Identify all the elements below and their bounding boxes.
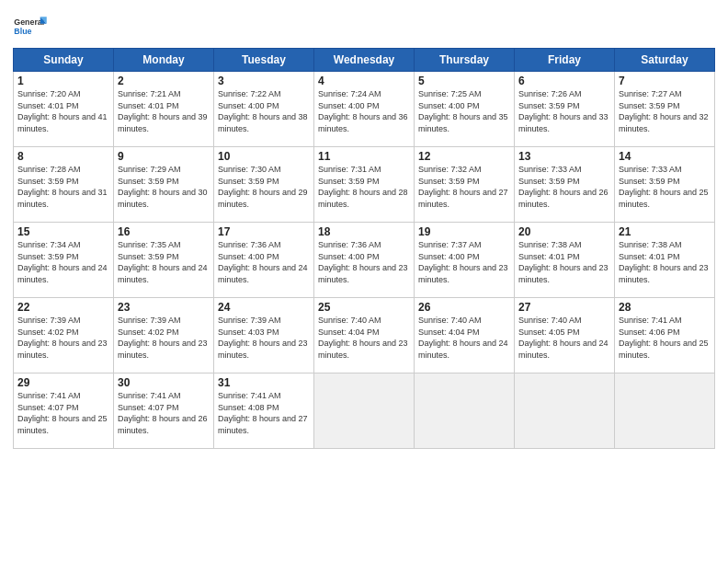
calendar-cell (415, 373, 515, 449)
svg-text:General: General (14, 17, 44, 27)
weekday-header-thursday: Thursday (415, 49, 515, 72)
calendar-cell: 15 Sunrise: 7:34 AMSunset: 3:59 PMDaylig… (14, 223, 114, 298)
week-row-1: 1 Sunrise: 7:20 AMSunset: 4:01 PMDayligh… (14, 72, 715, 147)
calendar-cell (314, 373, 415, 449)
day-number: 16 (118, 225, 210, 238)
day-number: 18 (318, 225, 410, 238)
calendar-cell: 10 Sunrise: 7:30 AMSunset: 3:59 PMDaylig… (214, 147, 314, 223)
day-number: 12 (418, 150, 510, 163)
day-number: 28 (619, 301, 711, 314)
calendar-cell: 28 Sunrise: 7:41 AMSunset: 4:06 PMDaylig… (615, 298, 715, 373)
calendar-cell: 20 Sunrise: 7:38 AMSunset: 4:01 PMDaylig… (515, 223, 615, 298)
day-number: 29 (17, 376, 109, 389)
weekday-header-tuesday: Tuesday (214, 49, 314, 72)
weekday-header-monday: Monday (114, 49, 214, 72)
calendar-cell: 8 Sunrise: 7:28 AMSunset: 3:59 PMDayligh… (14, 147, 114, 223)
day-number: 1 (17, 75, 109, 87)
calendar-cell: 23 Sunrise: 7:39 AMSunset: 4:02 PMDaylig… (114, 298, 214, 373)
svg-text:Blue: Blue (14, 27, 31, 36)
calendar-cell: 14 Sunrise: 7:33 AMSunset: 3:59 PMDaylig… (615, 147, 715, 223)
calendar-cell: 9 Sunrise: 7:29 AMSunset: 3:59 PMDayligh… (114, 147, 214, 223)
day-info: Sunrise: 7:39 AMSunset: 4:02 PMDaylight:… (118, 316, 208, 360)
day-info: Sunrise: 7:30 AMSunset: 3:59 PMDaylight:… (218, 165, 308, 209)
calendar-cell: 29 Sunrise: 7:41 AMSunset: 4:07 PMDaylig… (14, 373, 114, 449)
day-number: 21 (619, 225, 711, 238)
calendar-cell: 4 Sunrise: 7:24 AMSunset: 4:00 PMDayligh… (314, 72, 415, 147)
week-row-3: 15 Sunrise: 7:34 AMSunset: 3:59 PMDaylig… (14, 223, 715, 298)
day-number: 25 (318, 301, 410, 314)
day-number: 2 (118, 75, 210, 87)
day-number: 23 (118, 301, 210, 314)
calendar-cell (615, 373, 715, 449)
day-number: 6 (518, 75, 610, 87)
calendar-cell: 31 Sunrise: 7:41 AMSunset: 4:08 PMDaylig… (214, 373, 314, 449)
calendar-cell: 25 Sunrise: 7:40 AMSunset: 4:04 PMDaylig… (314, 298, 415, 373)
week-row-5: 29 Sunrise: 7:41 AMSunset: 4:07 PMDaylig… (14, 373, 715, 449)
day-number: 17 (218, 225, 310, 238)
day-number: 22 (17, 301, 109, 314)
calendar-cell: 1 Sunrise: 7:20 AMSunset: 4:01 PMDayligh… (14, 72, 114, 147)
page: General Blue SundayMondayTuesdayWednesda… (0, 0, 728, 454)
calendar-cell: 24 Sunrise: 7:39 AMSunset: 4:03 PMDaylig… (214, 298, 314, 373)
day-info: Sunrise: 7:20 AMSunset: 4:01 PMDaylight:… (17, 89, 108, 133)
day-info: Sunrise: 7:40 AMSunset: 4:04 PMDaylight:… (318, 316, 408, 360)
weekday-header-friday: Friday (515, 49, 615, 72)
day-info: Sunrise: 7:36 AMSunset: 4:00 PMDaylight:… (218, 240, 308, 284)
day-number: 30 (118, 376, 210, 389)
calendar-cell: 3 Sunrise: 7:22 AMSunset: 4:00 PMDayligh… (214, 72, 314, 147)
logo-icon: General Blue (13, 9, 48, 44)
day-number: 27 (518, 301, 610, 314)
day-info: Sunrise: 7:39 AMSunset: 4:02 PMDaylight:… (17, 316, 108, 360)
calendar-cell (515, 373, 615, 449)
day-number: 24 (218, 301, 310, 314)
day-info: Sunrise: 7:22 AMSunset: 4:00 PMDaylight:… (218, 89, 308, 133)
calendar-cell: 16 Sunrise: 7:35 AMSunset: 3:59 PMDaylig… (114, 223, 214, 298)
day-info: Sunrise: 7:34 AMSunset: 3:59 PMDaylight:… (17, 240, 108, 284)
calendar-cell: 12 Sunrise: 7:32 AMSunset: 3:59 PMDaylig… (415, 147, 515, 223)
day-number: 14 (619, 150, 711, 163)
calendar-cell: 17 Sunrise: 7:36 AMSunset: 4:00 PMDaylig… (214, 223, 314, 298)
weekday-header-saturday: Saturday (615, 49, 715, 72)
calendar-cell: 30 Sunrise: 7:41 AMSunset: 4:07 PMDaylig… (114, 373, 214, 449)
day-info: Sunrise: 7:35 AMSunset: 3:59 PMDaylight:… (118, 240, 208, 284)
calendar-cell: 26 Sunrise: 7:40 AMSunset: 4:04 PMDaylig… (415, 298, 515, 373)
day-info: Sunrise: 7:41 AMSunset: 4:06 PMDaylight:… (619, 316, 709, 360)
day-number: 11 (318, 150, 410, 163)
calendar-body: 1 Sunrise: 7:20 AMSunset: 4:01 PMDayligh… (14, 72, 715, 449)
calendar-table: SundayMondayTuesdayWednesdayThursdayFrid… (13, 48, 715, 449)
day-info: Sunrise: 7:21 AMSunset: 4:01 PMDaylight:… (118, 89, 208, 133)
day-number: 5 (418, 75, 510, 87)
day-info: Sunrise: 7:31 AMSunset: 3:59 PMDaylight:… (318, 165, 408, 209)
calendar-cell: 22 Sunrise: 7:39 AMSunset: 4:02 PMDaylig… (14, 298, 114, 373)
day-number: 3 (218, 75, 310, 87)
calendar-cell: 6 Sunrise: 7:26 AMSunset: 3:59 PMDayligh… (515, 72, 615, 147)
weekday-header-wednesday: Wednesday (314, 49, 415, 72)
calendar-cell: 21 Sunrise: 7:38 AMSunset: 4:01 PMDaylig… (615, 223, 715, 298)
day-info: Sunrise: 7:41 AMSunset: 4:07 PMDaylight:… (17, 391, 108, 435)
calendar-cell: 13 Sunrise: 7:33 AMSunset: 3:59 PMDaylig… (515, 147, 615, 223)
day-info: Sunrise: 7:38 AMSunset: 4:01 PMDaylight:… (619, 240, 709, 284)
day-info: Sunrise: 7:40 AMSunset: 4:04 PMDaylight:… (418, 316, 508, 360)
day-number: 20 (518, 225, 610, 238)
day-number: 4 (318, 75, 410, 87)
day-info: Sunrise: 7:38 AMSunset: 4:01 PMDaylight:… (518, 240, 609, 284)
week-row-2: 8 Sunrise: 7:28 AMSunset: 3:59 PMDayligh… (14, 147, 715, 223)
day-number: 7 (619, 75, 711, 87)
day-info: Sunrise: 7:36 AMSunset: 4:00 PMDaylight:… (318, 240, 408, 284)
weekday-header-row: SundayMondayTuesdayWednesdayThursdayFrid… (14, 49, 715, 72)
calendar-cell: 2 Sunrise: 7:21 AMSunset: 4:01 PMDayligh… (114, 72, 214, 147)
day-number: 10 (218, 150, 310, 163)
day-info: Sunrise: 7:40 AMSunset: 4:05 PMDaylight:… (518, 316, 609, 360)
calendar-cell: 7 Sunrise: 7:27 AMSunset: 3:59 PMDayligh… (615, 72, 715, 147)
day-info: Sunrise: 7:27 AMSunset: 3:59 PMDaylight:… (619, 89, 709, 133)
day-number: 15 (17, 225, 109, 238)
day-number: 19 (418, 225, 510, 238)
calendar-cell: 5 Sunrise: 7:25 AMSunset: 4:00 PMDayligh… (415, 72, 515, 147)
day-info: Sunrise: 7:29 AMSunset: 3:59 PMDaylight:… (118, 165, 208, 209)
calendar-cell: 18 Sunrise: 7:36 AMSunset: 4:00 PMDaylig… (314, 223, 415, 298)
day-number: 26 (418, 301, 510, 314)
day-info: Sunrise: 7:39 AMSunset: 4:03 PMDaylight:… (218, 316, 308, 360)
calendar-cell: 27 Sunrise: 7:40 AMSunset: 4:05 PMDaylig… (515, 298, 615, 373)
day-number: 9 (118, 150, 210, 163)
calendar-cell: 11 Sunrise: 7:31 AMSunset: 3:59 PMDaylig… (314, 147, 415, 223)
